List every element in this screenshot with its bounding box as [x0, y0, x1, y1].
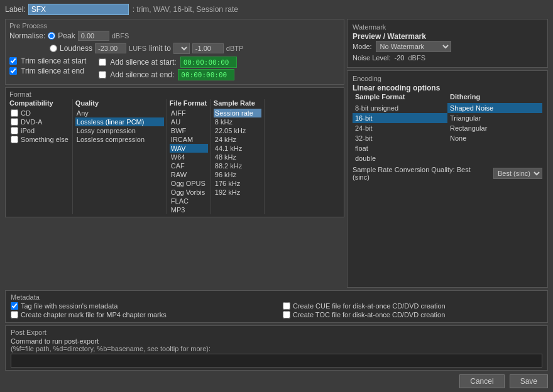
add-start-time-input[interactable] — [180, 57, 237, 68]
ff-bwf[interactable]: BWF — [170, 126, 208, 135]
format-section: Format Compatibility CD DVD-A — [5, 87, 344, 217]
watermark-box: Watermark Preview / Watermark Mode: No W… — [347, 19, 548, 68]
trim-start-label: Trim silence at start — [21, 57, 86, 65]
sr-session[interactable]: Session rate — [214, 109, 261, 117]
cue-checkbox[interactable] — [283, 302, 290, 310]
save-button[interactable]: Save — [510, 374, 548, 388]
chapter-mark-label: Create chapter mark file for MP4 chapter… — [21, 311, 167, 318]
post-export-command-input[interactable] — [11, 354, 542, 368]
ff-wav[interactable]: WAV — [170, 144, 208, 153]
dither-none[interactable]: None — [447, 133, 542, 143]
chapter-mark-checkbox[interactable] — [11, 311, 18, 318]
trim-start-checkbox[interactable] — [9, 57, 17, 65]
label-suffix: : trim, WAV, 16-bit, Session rate — [133, 5, 238, 14]
sample-rate-col: Sample Rate Session rate 8 kHz 22.05 kHz… — [211, 99, 265, 214]
top-section: Pre Process Normalise: Peak dBFS Loudnes… — [5, 19, 548, 288]
post-export-section: Post Export Command to run post-export (… — [5, 325, 548, 371]
noise-level-row: Noise Level: -20 dBFS — [353, 54, 542, 62]
ff-aiff[interactable]: AIFF — [170, 109, 208, 117]
ff-mp3[interactable]: MP3 — [170, 205, 208, 214]
sf-double[interactable]: double — [353, 153, 447, 163]
sr-quality-select[interactable]: Best (sinc) — [493, 168, 542, 179]
peak-label: Peak — [58, 31, 75, 40]
quality-lossy[interactable]: Lossy compression — [75, 126, 164, 135]
format-header: Format — [9, 90, 340, 98]
peak-radio[interactable] — [48, 32, 55, 40]
label-prefix: Label: — [5, 5, 26, 14]
dither-triangular[interactable]: Triangular — [447, 113, 542, 123]
ff-ogg-vorbis[interactable]: Ogg Vorbis — [170, 188, 208, 197]
add-end-label: Add silence at end: — [110, 70, 174, 79]
ff-ogg-opus[interactable]: Ogg OPUS — [170, 179, 208, 188]
loudness-value-input[interactable] — [95, 43, 126, 53]
compat-ipod: iPod — [9, 126, 70, 135]
peak-value-input[interactable] — [78, 31, 109, 41]
ff-ircam[interactable]: IRCAM — [170, 135, 208, 144]
mode-row: Mode: No Watermark — [353, 41, 542, 52]
post-export-cmd-desc: (%f=file path, %d=directory, %b=basename… — [11, 345, 542, 352]
ff-w64[interactable]: W64 — [170, 153, 208, 161]
sr-22k[interactable]: 22.05 kHz — [214, 126, 261, 135]
trim-end-checkbox[interactable] — [9, 67, 17, 75]
quality-any[interactable]: Any — [75, 109, 164, 117]
noise-level-unit: dBFS — [408, 54, 425, 62]
compat-other: Something else — [9, 135, 70, 144]
ff-au[interactable]: AU — [170, 117, 208, 126]
sr-88k[interactable]: 88.2 kHz — [214, 161, 261, 170]
normalise-label: Normalise: — [9, 31, 45, 40]
quality-lossless-comp[interactable]: Lossless compression — [75, 135, 164, 144]
mode-label: Mode: — [353, 43, 372, 50]
sr-8k[interactable]: 8 kHz — [214, 117, 261, 126]
dithering-header: Dithering — [447, 92, 542, 101]
quality-lossless-pcm[interactable]: Lossless (linear PCM) — [75, 117, 164, 126]
encoding-box: Encoding Linear encoding options Sample … — [347, 70, 548, 288]
dither-rectangular[interactable]: Rectangular — [447, 123, 542, 133]
sr-44k[interactable]: 44.1 kHz — [214, 144, 261, 153]
compat-ipod-checkbox[interactable] — [11, 127, 18, 134]
noise-level-value: -20 — [395, 54, 405, 62]
meta-right-col: Create CUE file for disk-at-once CD/DVD … — [283, 302, 542, 320]
add-start-row: Add silence at start: — [99, 57, 236, 68]
sf-24bit[interactable]: 24-bit — [353, 123, 447, 133]
compat-dvda-checkbox[interactable] — [11, 118, 18, 126]
label-input[interactable] — [28, 4, 129, 15]
sr-48k[interactable]: 48 kHz — [214, 153, 261, 161]
limit-to-select[interactable] — [173, 43, 190, 54]
add-end-checkbox[interactable] — [99, 71, 106, 79]
ff-raw[interactable]: RAW — [170, 170, 208, 179]
mode-select[interactable]: No Watermark — [376, 41, 451, 52]
dithering-col: Dithering Shaped Noise Triangular Rectan… — [447, 92, 542, 163]
toc-checkbox[interactable] — [283, 311, 290, 318]
sf-32bit[interactable]: 32-bit — [353, 133, 447, 143]
metadata-section: Metadata Tag file with session's metadat… — [5, 290, 548, 323]
loudness-radio[interactable] — [50, 45, 57, 52]
file-format-header: File Format — [170, 99, 208, 107]
sr-192k[interactable]: 192 kHz — [214, 188, 261, 197]
left-panel: Pre Process Normalise: Peak dBFS Loudnes… — [5, 19, 344, 288]
limit-value-input[interactable] — [192, 43, 224, 53]
sf-float[interactable]: float — [353, 143, 447, 153]
tag-file-checkbox[interactable] — [11, 302, 18, 310]
watermark-header: Watermark — [353, 23, 542, 31]
sr-quality-row: Sample Rate Conversion Quality: Best (si… — [353, 166, 542, 181]
sr-176k[interactable]: 176 kHz — [214, 179, 261, 188]
compat-cd: CD — [9, 109, 70, 117]
ff-caf[interactable]: CAF — [170, 161, 208, 170]
loudness-label: Loudness — [60, 44, 92, 53]
sf-8bit[interactable]: 8-bit unsigned — [353, 103, 447, 113]
cancel-button[interactable]: Cancel — [459, 374, 504, 388]
compat-cd-checkbox[interactable] — [11, 109, 18, 117]
toc-label: Create TOC file for disk-at-once CD/DVD … — [293, 311, 445, 318]
sr-96k[interactable]: 96 kHz — [214, 170, 261, 179]
tag-file-row: Tag file with session's metadata — [11, 302, 270, 310]
add-end-time-input[interactable] — [178, 69, 234, 80]
compat-other-checkbox[interactable] — [11, 136, 18, 143]
dither-shaped[interactable]: Shaped Noise — [447, 103, 542, 113]
metadata-header: Metadata — [11, 293, 542, 301]
sf-16bit[interactable]: 16-bit — [353, 113, 447, 123]
main-dialog: Label: : trim, WAV, 16-bit, Session rate… — [0, 0, 553, 392]
ff-flac[interactable]: FLAC — [170, 197, 208, 205]
label-row: Label: : trim, WAV, 16-bit, Session rate — [5, 4, 548, 15]
add-start-checkbox[interactable] — [99, 58, 106, 66]
sr-24k[interactable]: 24 kHz — [214, 135, 261, 144]
